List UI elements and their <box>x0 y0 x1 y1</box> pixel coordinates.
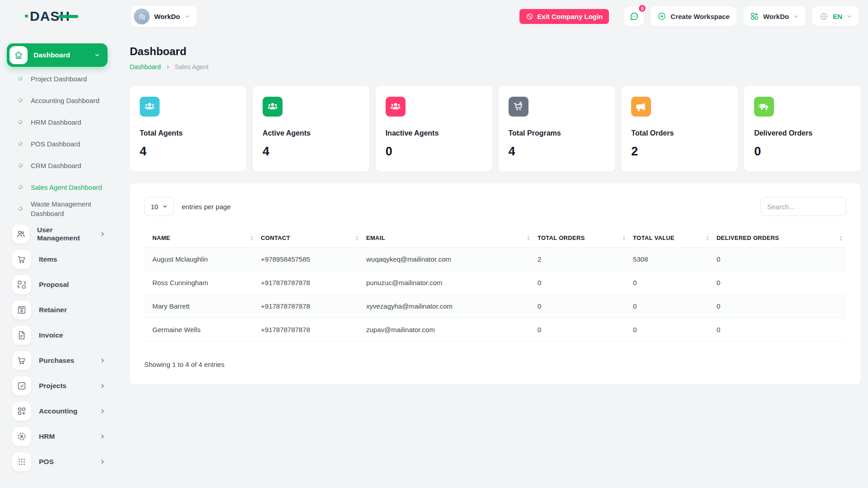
stat-value: 2 <box>631 145 728 159</box>
cell-email: zupav@mailinator.com <box>363 318 534 342</box>
cell-name: Germaine Wells <box>144 318 257 342</box>
table-row: August Mclaughlin +978958457585 wuqaqyke… <box>144 248 846 271</box>
sidebar-item-dashboard[interactable]: Dashboard <box>7 43 108 67</box>
chevron-right-icon <box>99 383 106 389</box>
sidebar-item-pos-dashboard[interactable]: POS Dashboard <box>0 133 119 155</box>
agents-group-icon <box>263 97 283 117</box>
sidebar-item-project-dashboard[interactable]: Project Dashboard <box>0 68 119 89</box>
company-switcher[interactable]: WorkDo <box>131 6 197 27</box>
agents-group-icon <box>386 97 406 117</box>
bullet-icon <box>18 141 23 146</box>
cell-contact: +978958457585 <box>257 248 363 271</box>
sidebar-item-user-management[interactable]: User Management <box>0 221 119 247</box>
stat-label: Active Agents <box>263 129 359 137</box>
sidebar-item-proposal[interactable]: Proposal <box>0 272 119 297</box>
delivery-truck-icon <box>754 97 774 117</box>
table-row: Mary Barrett +917878787878 xyvezagyha@ma… <box>144 295 846 318</box>
breadcrumb-dashboard-link[interactable]: Dashboard <box>130 63 161 70</box>
logo-dash-bar <box>58 15 78 18</box>
company-name: WorkDo <box>154 13 180 20</box>
language-selector[interactable]: EN <box>812 6 859 26</box>
agents-table-card: 10 entries per page NA <box>130 183 861 385</box>
cell-name: Mary Barrett <box>144 295 257 318</box>
sidebar-item-accounting[interactable]: Accounting <box>0 399 119 424</box>
ban-icon <box>526 13 533 20</box>
cart-icon <box>12 250 31 269</box>
entries-per-page-label: entries per page <box>182 203 231 211</box>
sort-icon[interactable]: ▲▼ <box>355 235 359 241</box>
sidebar-item-accounting-dashboard[interactable]: Accounting Dashboard <box>0 89 119 111</box>
sidebar-item-invoice[interactable]: Invoice <box>0 323 119 348</box>
sidebar-item-projects[interactable]: Projects <box>0 373 119 399</box>
cell-contact: +917878787878 <box>257 295 363 318</box>
topbar-actions: Exit Company Login 0 Create Workspace Wo… <box>519 6 859 26</box>
sort-icon[interactable]: ▲▼ <box>527 235 530 241</box>
cell-delivered-orders: 0 <box>713 271 846 295</box>
main-content: Dashboard Dashboard Sales Agent Total Ag… <box>119 33 868 488</box>
grid-plus-icon <box>12 402 31 421</box>
sidebar-item-hrm-dashboard[interactable]: HRM Dashboard <box>0 111 119 133</box>
column-header-email[interactable]: EMAIL▲▼ <box>363 229 534 248</box>
column-header-total-value[interactable]: TOTAL VALUE▲▼ <box>629 229 713 248</box>
column-header-name[interactable]: NAME▲▼ <box>144 229 257 248</box>
sidebar-item-crm-dashboard[interactable]: CRM Dashboard <box>0 155 119 176</box>
stat-card-delivered-orders: Delivered Orders 0 <box>744 86 861 172</box>
messages-count-badge: 0 <box>638 4 646 13</box>
breadcrumb-separator-icon <box>165 65 170 70</box>
exit-company-login-button[interactable]: Exit Company Login <box>519 9 609 24</box>
sidebar-item-label: POS Dashboard <box>31 139 80 149</box>
sort-icon[interactable]: ▲▼ <box>839 235 843 241</box>
sidebar-item-label: Accounting <box>39 407 77 415</box>
sidebar-item-sales-agent-dashboard[interactable]: Sales Agent Dashboard <box>0 176 119 198</box>
sort-icon[interactable]: ▲▼ <box>250 235 254 241</box>
column-header-total-orders[interactable]: TOTAL ORDERS▲▼ <box>534 229 629 248</box>
globe-icon <box>819 12 829 21</box>
stat-label: Total Programs <box>509 129 605 137</box>
sidebar-item-retainer[interactable]: Retainer <box>0 297 119 323</box>
sidebar-item-pos[interactable]: POS <box>0 449 119 474</box>
sidebar-item-label: Sales Agent Dashboard <box>31 183 102 192</box>
chevron-down-icon <box>162 204 168 209</box>
page-size-select[interactable]: 10 <box>144 197 174 216</box>
breadcrumb-current: Sales Agent <box>175 63 209 70</box>
stats-cards: Total Agents 4 Active Agents 4 Inactive … <box>130 86 861 172</box>
cell-total-orders: 0 <box>534 295 629 318</box>
sidebar-item-label: Project Dashboard <box>31 74 87 84</box>
messages-button[interactable]: 0 <box>624 6 644 26</box>
cell-total-value: 0 <box>629 271 713 295</box>
sidebar-item-items[interactable]: Items <box>0 247 119 272</box>
stat-label: Delivered Orders <box>754 129 851 137</box>
cell-delivered-orders: 0 <box>713 295 846 318</box>
sidebar-item-waste-management-dashboard[interactable]: Waste Management Dashboard <box>0 198 119 220</box>
dashboard-sub-menu: Project Dashboard Accounting Dashboard H… <box>0 68 119 220</box>
search-input[interactable] <box>760 197 846 216</box>
bullet-icon <box>18 206 23 211</box>
stat-value: 4 <box>263 145 359 159</box>
cell-total-orders: 0 <box>534 271 629 295</box>
sidebar-item-hrm[interactable]: HRM <box>0 424 119 449</box>
cell-delivered-orders: 0 <box>713 248 846 271</box>
workspace-switcher[interactable]: WorkDo <box>743 6 806 26</box>
person-dashed-circle-icon <box>12 427 31 446</box>
sort-icon[interactable]: ▲▼ <box>622 235 626 241</box>
chevron-down-icon <box>94 52 100 58</box>
sidebar-item-label: HRM Dashboard <box>31 117 81 127</box>
chevron-down-icon <box>793 14 799 19</box>
column-header-delivered-orders[interactable]: DELIVERED ORDERS▲▼ <box>713 229 846 248</box>
cell-email: punuzuc@mailinator.com <box>363 271 534 295</box>
chevron-right-icon <box>99 408 106 414</box>
stat-card-inactive-agents: Inactive Agents 0 <box>376 86 492 172</box>
table-header-row: NAME▲▼ CONTACT▲▼ EMAIL▲▼ TOTAL ORDERS▲▼ … <box>144 229 846 248</box>
create-workspace-button[interactable]: Create Workspace <box>651 6 736 26</box>
sidebar-item-purchases[interactable]: Purchases <box>0 348 119 373</box>
page-title: Dashboard <box>130 45 861 58</box>
stat-label: Total Agents <box>140 129 236 137</box>
table-row: Germaine Wells +917878787878 zupav@maili… <box>144 318 846 342</box>
sort-icon[interactable]: ▲▼ <box>706 235 709 241</box>
grid-plus-icon <box>750 12 759 21</box>
sidebar-menu: User Management Items Proposal <box>0 221 119 474</box>
floppy-icon <box>12 300 31 319</box>
column-header-contact[interactable]: CONTACT▲▼ <box>257 229 363 248</box>
cell-delivered-orders: 0 <box>713 318 846 342</box>
brand-logo[interactable]: DASH <box>30 9 70 24</box>
